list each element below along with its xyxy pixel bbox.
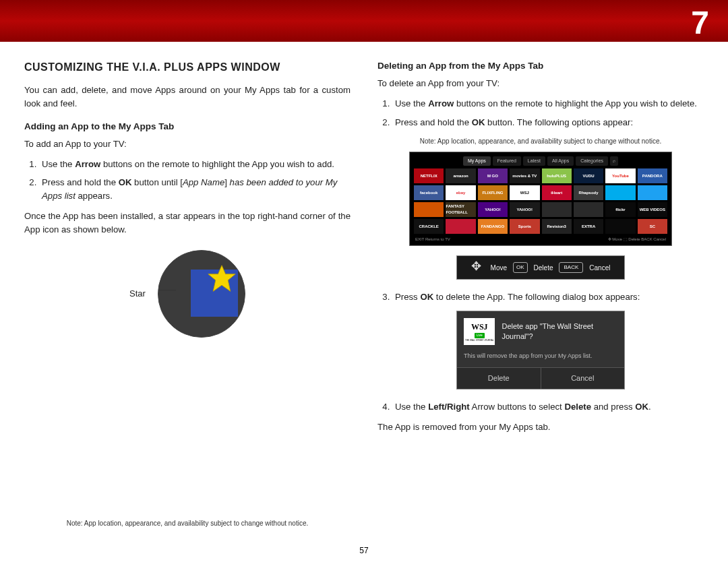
app-tile: [605, 219, 635, 234]
adding-heading: Adding an App to the My Apps Tab: [24, 120, 351, 133]
app-tile: Rhapsody: [574, 185, 603, 200]
arrows-icon: [471, 261, 485, 274]
adding-intro: To add an App to your TV:: [24, 137, 351, 151]
app-tile: FLIXFLING: [478, 185, 508, 200]
header-bar: 7: [0, 0, 728, 42]
app-tile: WSJ: [510, 185, 539, 200]
apps-tab: Latest: [523, 156, 545, 166]
dialog-cancel-button: Cancel: [541, 368, 625, 389]
star-figure: Star: [24, 250, 351, 338]
del-step-2: Press and hold the OK button. The follow…: [392, 116, 704, 129]
page-number: 57: [0, 546, 728, 555]
star-label: Star: [129, 287, 146, 301]
chapter-number: 7: [691, 4, 709, 41]
app-tile: [605, 185, 635, 200]
section-title: CUSTOMIZING THE V.I.A. PLUS APPS WINDOW: [24, 59, 351, 75]
dialog-question: Delete app "The Wall Street Journal"?: [502, 321, 617, 342]
app-tile: amazon: [446, 168, 475, 183]
app-tile: ebay: [446, 185, 475, 200]
app-tile: WEB VIDEOS: [638, 202, 667, 217]
app-tile: YouTube: [605, 168, 635, 183]
app-tile: YAHOO!: [478, 202, 508, 217]
deleting-heading: Deleting an App from the My Apps Tab: [377, 59, 704, 73]
svg-marker-0: [208, 265, 235, 291]
apps-tab: All Apps: [547, 156, 574, 166]
deleting-steps-1: Use the Arrow buttons on the remote to h…: [377, 97, 704, 129]
star-icon: [207, 264, 237, 294]
dialog-buttons: Delete Cancel: [457, 367, 624, 389]
adding-steps: Use the Arrow buttons on the remote to h…: [24, 158, 351, 203]
app-tile: SC: [638, 219, 667, 234]
app-tile: FANDANGO: [478, 219, 508, 234]
apps-tab: Categories: [576, 156, 608, 166]
app-tile: Sports: [510, 219, 539, 234]
add-step-1: Use the Arrow buttons on the remote to h…: [39, 158, 351, 171]
note-left: Note: App location, appearance, and avai…: [24, 518, 351, 528]
delete-dialog: WSJ Live THE WALL STREET JOURNAL Delete …: [456, 311, 625, 389]
app-tile: [414, 202, 444, 217]
app-tile: PANDORA: [638, 168, 667, 183]
note-right-top: Note: App location, appearance, and avai…: [377, 136, 704, 146]
app-tile: EXTRA: [574, 219, 603, 234]
del-step-3: Press OK to delete the App. The followin…: [392, 290, 704, 304]
app-tile: [638, 185, 667, 200]
add-step-2: Press and hold the OK button until [App …: [39, 176, 351, 203]
search-icon: ⌕: [610, 156, 618, 166]
deleting-steps-2: Press OK to delete the App. The followin…: [377, 290, 704, 304]
wsj-tile: WSJ Live THE WALL STREET JOURNAL: [464, 318, 495, 345]
app-tile: facebook: [414, 185, 444, 200]
del-step-1: Use the Arrow buttons on the remote to h…: [392, 97, 704, 111]
del-step-4: Use the Left/Right Arrow buttons to sele…: [392, 400, 704, 414]
apps-tab: Featured: [493, 156, 521, 166]
del-after: The App is removed from your My Apps tab…: [377, 420, 704, 434]
apps-tabs: My AppsFeaturedLatestAll AppsCategories⌕: [414, 156, 667, 166]
app-tile: FANTASY FOOTBALL: [446, 202, 475, 217]
star-screenshot-circle: [158, 250, 245, 338]
app-tile: VUDU: [574, 168, 603, 183]
app-tile: huluPLUS: [542, 168, 572, 183]
page-body: CUSTOMIZING THE V.I.A. PLUS APPS WINDOW …: [0, 42, 728, 562]
back-key-icon: BACK: [559, 262, 583, 273]
add-after: Once the App has been installed, a star …: [24, 210, 351, 237]
app-tile: movies & TV: [510, 168, 539, 183]
apps-footer: EXIT Returns to TV ✥ Move ⬚ Delete BACK …: [414, 236, 667, 243]
apps-grid-screenshot: My AppsFeaturedLatestAll AppsCategories⌕…: [409, 152, 672, 247]
app-tile: [542, 202, 572, 217]
app-tile: NETFLIX: [414, 168, 444, 183]
deleting-intro: To delete an App from your TV:: [377, 77, 704, 90]
apps-tab: My Apps: [463, 156, 491, 166]
left-column: CUSTOMIZING THE V.I.A. PLUS APPS WINDOW …: [24, 59, 351, 534]
app-tile: [574, 202, 603, 217]
right-column: Deleting an App from the My Apps Tab To …: [377, 59, 704, 534]
intro-text: You can add, delete, and move Apps aroun…: [24, 84, 351, 111]
app-tile: M GO: [478, 168, 508, 183]
app-tile: YAHOO!: [510, 202, 539, 217]
dialog-delete-button: Delete: [457, 368, 541, 389]
deleting-steps-3: Use the Left/Right Arrow buttons to sele…: [377, 400, 704, 414]
controls-strip: Move OK Delete BACK Cancel: [456, 255, 625, 280]
app-tile: flickr: [605, 202, 635, 217]
app-tile: Revision3: [542, 219, 572, 234]
dialog-message: This will remove the app from your My Ap…: [457, 352, 624, 368]
app-tile: CRACKLE: [414, 219, 444, 234]
app-tile: iHeart: [542, 185, 572, 200]
apps-rows: NETFLIXamazonM GOmovies & TVhuluPLUSVUDU…: [414, 168, 667, 234]
ok-key-icon: OK: [513, 262, 528, 273]
app-tile: [446, 219, 475, 234]
